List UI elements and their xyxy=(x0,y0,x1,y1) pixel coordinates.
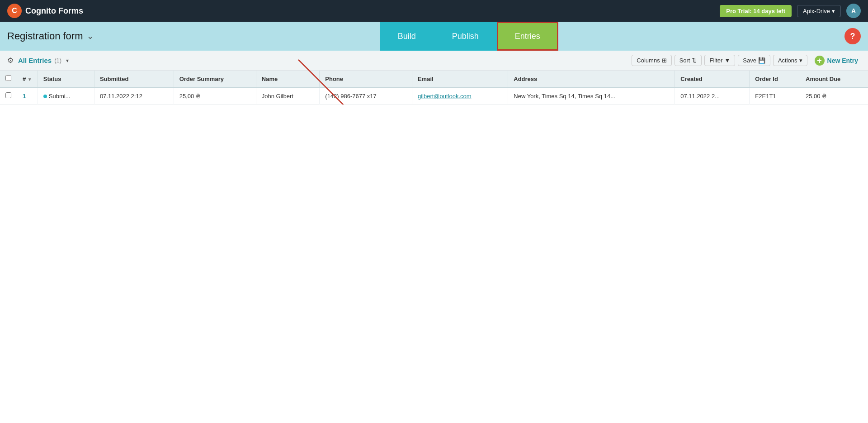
th-email: Email xyxy=(412,71,508,87)
tab-build[interactable]: Build xyxy=(380,22,434,51)
th-status: Status xyxy=(38,71,94,87)
new-entry-button[interactable]: + New Entry xyxy=(810,54,863,67)
user-avatar[interactable]: A xyxy=(846,4,861,18)
sort-button[interactable]: Sort ⇅ xyxy=(675,55,702,66)
form-dropdown-button[interactable]: ⌄ xyxy=(87,31,94,41)
row-name: John Gilbert xyxy=(256,87,320,105)
chevron-down-icon: ▾ xyxy=(799,57,802,64)
row-submitted: 07.11.2022 2:12 xyxy=(94,87,174,105)
chevron-down-icon: ⌄ xyxy=(87,31,94,41)
entries-table: # ▼ Status Submitted Order Summary Name … xyxy=(0,71,868,105)
th-order-summary: Order Summary xyxy=(174,71,256,87)
nav-right: Pro Trial: 14 days left Apix-Drive ▾ A xyxy=(720,4,861,18)
row-order-summary: 25,00 ₴ xyxy=(174,87,256,105)
help-button[interactable]: ? xyxy=(844,28,861,44)
entry-count: (1) xyxy=(54,57,61,64)
apix-drive-button[interactable]: Apix-Drive ▾ xyxy=(797,5,841,17)
form-title-section: Registration form ⌄ xyxy=(7,30,94,42)
th-amount-due: Amount Due xyxy=(800,71,868,87)
nav-tabs: Build Publish Entries xyxy=(380,22,558,51)
entries-table-container: # ▼ Status Submitted Order Summary Name … xyxy=(0,71,868,105)
row-checkbox[interactable] xyxy=(0,87,17,105)
th-address: Address xyxy=(508,71,675,87)
pro-trial-button[interactable]: Pro Trial: 14 days left xyxy=(720,5,792,17)
entries-dropdown-button[interactable]: ▾ xyxy=(64,57,71,65)
row-num[interactable]: 1 xyxy=(17,87,38,105)
columns-icon: ⊞ xyxy=(662,57,667,64)
tab-entries[interactable]: Entries xyxy=(497,22,558,51)
all-entries-label[interactable]: All Entries xyxy=(18,57,52,64)
form-header: Registration form ⌄ Build Publish Entrie… xyxy=(0,22,868,51)
sort-icon: ⇅ xyxy=(692,57,697,64)
actions-button[interactable]: Actions ▾ xyxy=(773,55,807,66)
form-title: Registration form xyxy=(7,30,83,42)
save-button[interactable]: Save 💾 xyxy=(738,55,770,66)
row-created: 07.11.2022 2... xyxy=(675,87,750,105)
chevron-down-icon: ▾ xyxy=(832,8,835,14)
save-icon: 💾 xyxy=(758,57,765,64)
th-submitted: Submitted xyxy=(94,71,174,87)
select-all-checkbox[interactable] xyxy=(5,75,11,81)
row-amount-due: 25,00 ₴ xyxy=(800,87,868,105)
row-order-id: F2E1T1 xyxy=(750,87,800,105)
th-phone: Phone xyxy=(320,71,412,87)
row-email[interactable]: gilbert@outlook.com xyxy=(412,87,508,105)
table-row[interactable]: 1 Submi... 07.11.2022 2:12 25,00 ₴ John … xyxy=(0,87,868,105)
nav-left: C Cognito Forms xyxy=(7,4,83,18)
email-link[interactable]: gilbert@outlook.com xyxy=(418,93,472,100)
toolbar-left: ⚙ All Entries (1) ▾ xyxy=(5,54,630,67)
sort-arrow-icon: ▼ xyxy=(28,77,32,82)
row-status: Submi... xyxy=(38,87,94,105)
new-entry-plus-icon: + xyxy=(815,56,825,66)
columns-button[interactable]: Columns ⊞ xyxy=(632,55,671,66)
logo-icon: C xyxy=(7,4,22,18)
row-select-checkbox[interactable] xyxy=(5,92,11,98)
entry-link[interactable]: 1 xyxy=(23,93,26,100)
logo-text: Cognito Forms xyxy=(25,6,83,16)
toolbar-right: Columns ⊞ Sort ⇅ Filter ▼ Save 💾 Actions… xyxy=(632,54,863,67)
th-order-id: Order Id xyxy=(750,71,800,87)
filter-button[interactable]: Filter ▼ xyxy=(704,55,735,66)
top-navigation: C Cognito Forms Pro Trial: 14 days left … xyxy=(0,0,868,22)
filter-icon: ▼ xyxy=(724,57,730,64)
th-number: # ▼ xyxy=(17,71,38,87)
row-address: New York, Times Sq 14, Times Sq 14... xyxy=(508,87,675,105)
th-name: Name xyxy=(256,71,320,87)
gear-icon-button[interactable]: ⚙ xyxy=(5,54,15,67)
table-header-row: # ▼ Status Submitted Order Summary Name … xyxy=(0,71,868,87)
row-phone: (142) 986-7677 x17 xyxy=(320,87,412,105)
status-dot-icon xyxy=(43,95,47,98)
th-checkbox xyxy=(0,71,17,87)
tab-publish[interactable]: Publish xyxy=(434,22,497,51)
th-created: Created xyxy=(675,71,750,87)
toolbar: ⚙ All Entries (1) ▾ Columns ⊞ Sort ⇅ Fil… xyxy=(0,51,868,71)
